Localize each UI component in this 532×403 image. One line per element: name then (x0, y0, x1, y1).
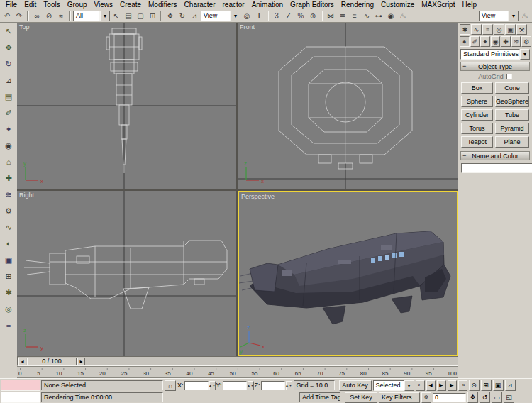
left-tool-icon-9[interactable]: ⌂ (3, 156, 14, 167)
cylinder-button[interactable]: Cylinder (461, 109, 493, 121)
select-and-scale-icon[interactable]: ⊿ (189, 10, 200, 21)
time-slider-button[interactable]: 0 / 100 (27, 358, 77, 365)
left-tool-icon-7[interactable]: ✦ (3, 123, 14, 135)
angle-snap-icon[interactable]: ∠ (283, 10, 294, 21)
z-spinner[interactable]: ▲▼ (286, 381, 292, 390)
menu-help[interactable]: Help (458, 1, 480, 9)
select-and-manipulate-icon[interactable]: ✛ (253, 10, 265, 21)
cone-button[interactable]: Cone (495, 82, 529, 94)
tab-hierarchy-icon[interactable]: ≡ (482, 24, 493, 35)
left-tool-icon-18[interactable]: ◎ (3, 303, 14, 314)
menu-modifiers[interactable]: Modifiers (145, 1, 181, 9)
category-geometry-icon[interactable]: ● (460, 36, 470, 47)
next-frame-arrow-icon[interactable]: ▸ (77, 358, 85, 365)
x-coordinate-field[interactable] (184, 381, 209, 390)
selection-filter-dropdown[interactable]: All ▾ (73, 11, 110, 21)
menu-create[interactable]: Create (116, 1, 145, 9)
category-spacewarps-icon[interactable]: ≋ (511, 36, 521, 47)
menu-file[interactable]: File (2, 1, 21, 9)
left-tool-icon-15[interactable]: ▣ (3, 254, 14, 265)
left-tool-icon-13[interactable]: ∿ (3, 221, 14, 233)
snap-toggle-3d-icon[interactable]: 3 (271, 10, 282, 21)
play-animation-icon[interactable]: ▶ (437, 380, 446, 391)
maxscript-mini-listener-macro[interactable] (1, 380, 40, 391)
track-bar[interactable]: 0 5 10 15 20 25 30 35 40 45 50 55 60 65 … (17, 366, 458, 378)
left-tool-icon-3[interactable]: ↻ (3, 58, 14, 70)
mirror-icon[interactable]: ⋈ (325, 10, 336, 21)
percent-snap-icon[interactable]: % (295, 10, 306, 21)
select-by-name-icon[interactable]: ▤ (123, 10, 134, 21)
geosphere-button[interactable]: GeoSphere (495, 96, 529, 107)
set-key-button[interactable]: Set Key (345, 392, 377, 403)
object-type-rollout-header[interactable]: − Object Type (460, 62, 530, 71)
left-tool-icon-5[interactable]: ▤ (3, 91, 14, 102)
menu-rendering[interactable]: Rendering (338, 1, 377, 9)
tab-modify-icon[interactable]: ∿ (471, 24, 482, 35)
menu-tools[interactable]: Tools (40, 1, 63, 9)
material-editor-icon[interactable]: ◉ (385, 10, 397, 21)
box-button[interactable]: Box (461, 82, 493, 94)
viewport-top[interactable]: Top (17, 23, 236, 189)
auto-key-button[interactable]: Auto Key (339, 380, 372, 391)
render-type-dropdown[interactable]: View ▾ (479, 11, 519, 21)
rectangular-selection-region-icon[interactable]: ▢ (135, 10, 146, 21)
left-tool-icon-12[interactable]: ⚙ (3, 205, 14, 216)
layer-manager-icon[interactable]: ≡ (349, 10, 360, 21)
viewport-perspective-label[interactable]: Perspective (241, 193, 275, 200)
select-and-move-icon[interactable]: ✥ (165, 10, 176, 21)
menu-character[interactable]: Character (181, 1, 219, 9)
zoom-extents-icon[interactable]: ▣ (493, 380, 504, 391)
tab-motion-icon[interactable]: ◎ (494, 24, 504, 35)
menu-graph-editors[interactable]: Graph Editors (287, 1, 338, 9)
left-tool-icon-4[interactable]: ⊿ (3, 74, 14, 86)
teapot-button[interactable]: Teapot (461, 136, 493, 148)
torus-button[interactable]: Torus (461, 123, 493, 134)
menu-edit[interactable]: Edit (21, 1, 40, 9)
viewport-right-label[interactable]: Right (19, 192, 34, 199)
menu-views[interactable]: Views (91, 1, 117, 9)
tab-create-icon[interactable]: ✱ (460, 24, 470, 35)
previous-frame-icon[interactable]: ◀ (426, 380, 436, 391)
category-shapes-icon[interactable]: ✐ (470, 36, 480, 47)
maxscript-mini-listener[interactable] (1, 392, 40, 403)
maximize-viewport-toggle-icon[interactable]: ◱ (504, 392, 514, 403)
pan-icon[interactable]: ✥ (467, 392, 478, 403)
viewport-front[interactable]: Front x (238, 23, 458, 189)
left-tool-icon-2[interactable]: ✥ (3, 42, 14, 53)
arc-rotate-icon[interactable]: ↺ (480, 392, 490, 403)
y-coordinate-field[interactable] (223, 381, 247, 390)
spinner-snap-icon[interactable]: ⊕ (307, 10, 318, 21)
viewport-top-label[interactable]: Top (19, 23, 30, 31)
unlink-selection-icon[interactable]: ⊘ (43, 10, 55, 21)
chevron-down-icon[interactable]: ▾ (520, 49, 530, 60)
object-name-field[interactable] (461, 163, 532, 173)
left-tool-icon-14[interactable]: ◐ (3, 238, 14, 249)
plane-button[interactable]: Plane (495, 136, 529, 148)
selection-lock-icon[interactable]: ∩ (165, 380, 176, 391)
zoom-icon[interactable]: ⊙ (469, 380, 480, 391)
y-spinner[interactable]: ▲▼ (248, 381, 254, 390)
z-coordinate-field[interactable] (261, 381, 285, 390)
category-cameras-icon[interactable]: ◉ (491, 36, 501, 47)
tab-utilities-icon[interactable]: ⚒ (516, 24, 527, 35)
left-tool-icon-8[interactable]: ◉ (3, 140, 14, 151)
viewport-perspective-active[interactable]: Perspective (238, 191, 458, 356)
chevron-down-icon[interactable]: ▾ (509, 11, 519, 21)
use-pivot-center-icon[interactable]: ◎ (241, 10, 253, 21)
schematic-view-icon[interactable]: ⊶ (373, 10, 384, 21)
add-time-tag-field[interactable]: Add Time Tag (299, 392, 340, 402)
left-tool-icon-6[interactable]: ✐ (3, 107, 14, 118)
menu-reactor[interactable]: reactor (219, 1, 248, 9)
x-spinner[interactable]: ▲▼ (209, 381, 216, 390)
left-tool-icon-1[interactable]: ↖ (3, 26, 14, 37)
go-to-start-icon[interactable]: ⇤ (416, 380, 425, 391)
time-slider-track[interactable]: ◂ 0 / 100 ▸ (17, 356, 458, 366)
go-to-end-icon[interactable]: ⇥ (458, 380, 467, 391)
left-tool-icon-16[interactable]: ⊞ (3, 270, 14, 282)
quick-render-icon[interactable]: ♨ (519, 10, 531, 21)
field-of-view-icon[interactable]: ⊿ (505, 380, 516, 391)
redo-icon[interactable]: ↷ (13, 10, 25, 21)
chevron-down-icon[interactable]: ▾ (231, 11, 240, 21)
sphere-button[interactable]: Sphere (461, 96, 493, 107)
pyramid-button[interactable]: Pyramid (495, 123, 529, 134)
